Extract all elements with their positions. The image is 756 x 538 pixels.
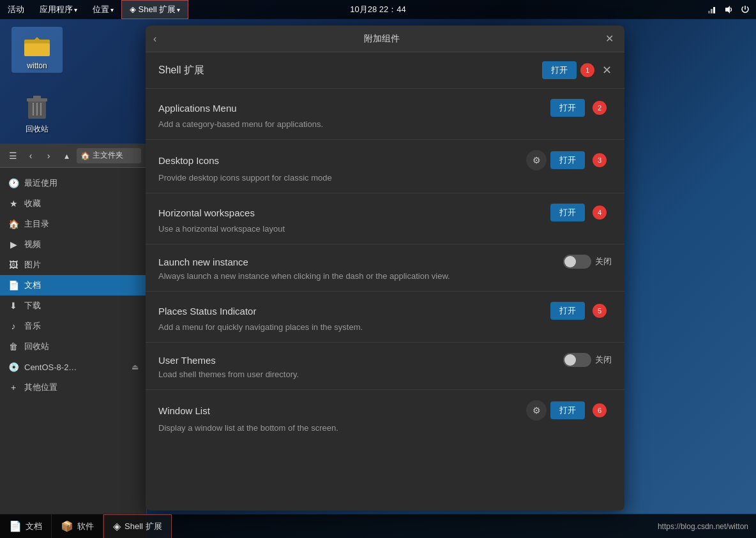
ext-badge-2: 4: [593, 205, 607, 220]
ext-toggle-label-5: 关闭: [595, 354, 612, 366]
ext-item-top-4: Places Status Indicator 打开 5: [158, 302, 612, 320]
ext-open-button-2[interactable]: 打开: [550, 204, 585, 221]
taskbar: 📄 文档 📦 软件 ◈ Shell 扩展 https://blog.csdn.n…: [0, 514, 756, 538]
ext-name-1: Desktop Icons: [158, 155, 219, 166]
shell-ext-badge: 1: [580, 63, 594, 77]
ext-badge-4: 5: [593, 304, 607, 318]
ext-badge-1: 3: [593, 153, 607, 167]
taskbar-item-software[interactable]: 📦 软件: [52, 514, 103, 539]
ext-toggle-5[interactable]: [563, 353, 591, 367]
ext-item-top-1: Desktop Icons ⚙ 打开 3: [158, 150, 612, 170]
ext-item-top-5: User Themes 关闭: [158, 353, 612, 367]
ext-item-top-0: Applications Menu 打开 2: [158, 99, 612, 117]
shell-ext-close-button[interactable]: ✕: [602, 63, 612, 77]
taskbar-software-icon: 📦: [61, 520, 73, 532]
ext-open-button-6[interactable]: 打开: [550, 401, 585, 419]
taskbar-url: https://blog.csdn.net/witton: [650, 522, 756, 531]
addon-dialog: ‹ 附加组件 ✕ Shell 扩展 打开 1 ✕ Applications Me…: [146, 26, 624, 511]
ext-desc-5: Load shell themes from user directory.: [158, 370, 612, 379]
ext-controls-0: 打开 2: [550, 99, 612, 117]
ext-desc-0: Add a category-based menu for applicatio…: [158, 119, 612, 129]
ext-name-2: Horizontal workspaces: [158, 207, 255, 218]
ext-controls-1: ⚙ 打开 3: [526, 150, 612, 170]
ext-open-button-1[interactable]: 打开: [550, 151, 585, 169]
ext-item-applications-menu: Applications Menu 打开 2 Add a category-ba…: [146, 89, 624, 140]
dialog-titlebar: ‹ 附加组件 ✕: [146, 26, 624, 52]
taskbar-item-shell-ext[interactable]: ◈ Shell 扩展: [103, 514, 172, 539]
ext-desc-4: Add a menu for quickly navigating places…: [158, 322, 612, 332]
dialog-title: 附加组件: [162, 33, 601, 45]
dialog-close-button[interactable]: ✕: [601, 31, 617, 47]
ext-controls-5: 关闭: [563, 353, 612, 367]
ext-desc-6: Display a window list at the bottom of t…: [158, 423, 612, 433]
dialog-overlay: ‹ 附加组件 ✕ Shell 扩展 打开 1 ✕ Applications Me…: [0, 0, 756, 538]
ext-item-desktop-icons: Desktop Icons ⚙ 打开 3 Provide desktop ico…: [146, 140, 624, 193]
ext-badge-6: 6: [593, 403, 607, 417]
extension-list: Applications Menu 打开 2 Add a category-ba…: [146, 89, 624, 511]
ext-item-top-6: Window List ⚙ 打开 6: [158, 400, 612, 421]
ext-open-button-4[interactable]: 打开: [550, 302, 585, 320]
shell-ext-open-button[interactable]: 打开: [542, 61, 577, 79]
ext-item-places-status: Places Status Indicator 打开 5 Add a menu …: [146, 292, 624, 343]
ext-item-launch-new-instance: Launch new instance 关闭 Always launch a n…: [146, 244, 624, 292]
ext-item-horizontal-workspaces: Horizontal workspaces 打开 4 Use a horizon…: [146, 193, 624, 244]
ext-name-5: User Themes: [158, 355, 216, 366]
ext-desc-3: Always launch a new instance when clicki…: [158, 271, 612, 281]
taskbar-documents-icon: 📄: [9, 520, 22, 532]
ext-item-top-2: Horizontal workspaces 打开 4: [158, 204, 612, 221]
ext-desc-1: Provide desktop icons support for classi…: [158, 173, 612, 183]
ext-name-3: Launch new instance: [158, 257, 248, 267]
ext-name-4: Places Status Indicator: [158, 306, 256, 317]
ext-open-button-0[interactable]: 打开: [550, 99, 585, 117]
ext-gear-button-1[interactable]: ⚙: [526, 150, 547, 170]
ext-item-user-themes: User Themes 关闭 Load shell themes from us…: [146, 343, 624, 390]
ext-controls-6: ⚙ 打开 6: [526, 400, 612, 421]
ext-item-window-list: Window List ⚙ 打开 6 Display a window list…: [146, 390, 624, 443]
ext-name-0: Applications Menu: [158, 103, 237, 114]
ext-gear-button-6[interactable]: ⚙: [526, 400, 547, 421]
ext-toggle-label-3: 关闭: [595, 256, 612, 267]
ext-badge-0: 2: [593, 101, 607, 115]
shell-ext-header: Shell 扩展 打开 1 ✕: [146, 52, 624, 89]
dialog-back-button[interactable]: ‹: [153, 33, 156, 45]
taskbar-shell-icon: ◈: [113, 520, 121, 532]
ext-desc-2: Use a horizontal workspace layout: [158, 224, 612, 234]
ext-item-top-3: Launch new instance 关闭: [158, 255, 612, 269]
ext-controls-2: 打开 4: [550, 204, 612, 221]
ext-controls-3: 关闭: [563, 255, 612, 269]
taskbar-item-documents[interactable]: 📄 文档: [0, 514, 52, 539]
ext-toggle-3[interactable]: [563, 255, 591, 269]
ext-controls-4: 打开 5: [550, 302, 612, 320]
ext-name-6: Window List: [158, 405, 210, 416]
shell-ext-title: Shell 扩展: [158, 64, 542, 77]
